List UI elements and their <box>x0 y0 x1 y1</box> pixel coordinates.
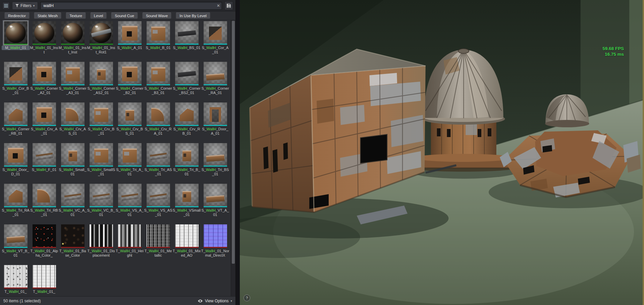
asset-thumbnail[interactable] <box>61 102 85 126</box>
sources-panel-toggle-button[interactable] <box>2 2 10 9</box>
asset-item[interactable]: S_WallH_Door_A_01 <box>201 101 229 142</box>
asset-item[interactable]: S_WallH_Crv_BS_01 <box>115 101 144 142</box>
asset-item[interactable]: S_WallH_Small_01 <box>58 142 87 183</box>
asset-thumbnail[interactable] <box>4 224 28 248</box>
asset-thumbnail[interactable] <box>33 184 56 207</box>
asset-item[interactable]: S_WallH_Corner_BS2_01 <box>172 61 201 101</box>
asset-thumbnail[interactable] <box>147 62 170 85</box>
asset-thumbnail[interactable]: * <box>61 224 85 248</box>
asset-item[interactable]: T_WallH_01_Alpha_Color_ <box>30 223 58 264</box>
asset-thumbnail[interactable] <box>118 184 142 207</box>
filter-pill[interactable]: Sound Cue <box>111 12 138 19</box>
asset-item[interactable]: S_WallH_BS_01 <box>172 20 201 61</box>
asset-thumbnail[interactable] <box>90 102 113 126</box>
asset-thumbnail[interactable] <box>61 143 85 167</box>
asset-thumbnail[interactable] <box>90 143 113 167</box>
asset-item[interactable]: S_WallH_Corner_RA_01 <box>201 61 229 101</box>
asset-thumbnail[interactable] <box>147 102 170 126</box>
asset-item[interactable]: T_WallH_01_ <box>1 264 30 296</box>
asset-item[interactable]: M_WallH_01_Inst_Inst <box>58 20 87 61</box>
asset-item[interactable]: S_WallH_Crv_B_01 <box>87 101 115 142</box>
asset-thumbnail[interactable] <box>90 62 113 85</box>
asset-item[interactable]: S_WallH_VS_A_01 <box>115 183 144 223</box>
scrollbar-thumb[interactable] <box>232 21 235 264</box>
asset-item[interactable]: S_WallH_VT_A_01 <box>201 183 229 223</box>
asset-thumbnail[interactable] <box>118 62 142 85</box>
asset-thumbnail[interactable] <box>90 224 113 248</box>
asset-item[interactable]: S_WallH_VSmall_01 <box>172 183 201 223</box>
asset-thumbnail[interactable] <box>61 21 85 45</box>
viewport-3d-scene[interactable] <box>240 0 643 305</box>
asset-thumbnail[interactable] <box>33 265 56 289</box>
asset-thumbnail[interactable] <box>147 143 170 167</box>
help-button[interactable]: ? <box>244 295 250 301</box>
asset-item[interactable]: S_WallH_Tri_A_01 <box>115 142 144 183</box>
asset-item[interactable]: M_WallH_01 <box>1 20 30 61</box>
asset-thumbnail[interactable] <box>175 224 199 248</box>
filter-pill[interactable]: Static Mesh <box>34 12 61 19</box>
filter-pill[interactable]: Redirector <box>4 12 30 19</box>
search-input[interactable] <box>41 3 215 8</box>
asset-item[interactable]: S_WallH_Corner_RB_01 <box>1 101 30 142</box>
asset-thumbnail[interactable] <box>175 21 199 45</box>
asset-thumbnail[interactable] <box>4 143 28 167</box>
asset-item[interactable]: S_WallH_F_01 <box>30 142 58 183</box>
asset-item[interactable]: S_WallH_VT_B_01 <box>1 223 30 264</box>
asset-item[interactable]: S_WallH_Cor_A_01 <box>201 20 229 61</box>
asset-item[interactable]: S_WallH_VC_B_01 <box>87 183 115 223</box>
asset-item[interactable]: T_WallH_01_Normal_DirectX <box>201 223 229 264</box>
asset-thumbnail[interactable] <box>175 184 199 207</box>
asset-thumbnail[interactable] <box>33 21 56 45</box>
filter-pill[interactable]: Texture <box>66 12 86 19</box>
asset-item[interactable]: S_WallH_Crv_A_01 <box>30 101 58 142</box>
filter-pill[interactable]: Sound Wave <box>142 12 171 19</box>
asset-thumbnail[interactable] <box>118 224 142 248</box>
asset-item[interactable]: S_WallH_A_01 <box>115 20 144 61</box>
filter-pill[interactable]: Level <box>90 12 107 19</box>
asset-item[interactable]: S_WallH_VS_AS_01 <box>144 183 172 223</box>
asset-item[interactable]: T_WallH_01_Metallic <box>144 223 172 264</box>
asset-thumbnail[interactable] <box>175 143 199 167</box>
asset-item[interactable]: S_WallH_Corner_A2_01 <box>30 61 58 101</box>
asset-item[interactable]: S_WallH_Crv_AS_01 <box>58 101 87 142</box>
asset-item[interactable]: T_WallH_01_Mixed_AO <box>172 223 201 264</box>
asset-item[interactable]: T_WallH_01_Displacement <box>87 223 115 264</box>
asset-thumbnail[interactable] <box>61 62 85 85</box>
asset-thumbnail[interactable] <box>204 62 227 85</box>
asset-thumbnail[interactable] <box>33 143 56 167</box>
asset-thumbnail[interactable] <box>147 21 170 45</box>
filters-button[interactable]: Filters ▾ <box>12 2 38 10</box>
asset-grid-scrollbar[interactable] <box>231 20 235 296</box>
asset-thumbnail[interactable] <box>33 62 56 85</box>
asset-thumbnail[interactable] <box>204 143 227 167</box>
asset-item[interactable]: S_WallH_Corner_B2_01 <box>115 61 144 101</box>
asset-thumbnail[interactable] <box>147 184 170 207</box>
asset-item[interactable]: S_WallH_Corner_AS2_01 <box>87 61 115 101</box>
asset-item[interactable]: S_WallH_B_01 <box>144 20 172 61</box>
asset-thumbnail[interactable] <box>118 21 142 45</box>
asset-item[interactable]: S_WallH_Tri_BS_01 <box>201 142 229 183</box>
asset-thumbnail[interactable] <box>204 21 227 45</box>
asset-item[interactable]: M_WallH_01_Inst_Rot1 <box>87 20 115 61</box>
asset-item[interactable]: S_WallH_Crv_RA_01 <box>144 101 172 142</box>
asset-thumbnail[interactable] <box>4 265 28 289</box>
asset-item[interactable]: S_WallH_Crv_RB_01 <box>172 101 201 142</box>
asset-thumbnail[interactable] <box>204 224 227 248</box>
asset-thumbnail[interactable] <box>4 21 28 45</box>
asset-item[interactable]: T_WallH_01_ <box>30 264 58 296</box>
panel-splitter[interactable] <box>236 0 240 305</box>
asset-thumbnail[interactable] <box>4 62 28 85</box>
asset-item[interactable]: S_WallH_Corner_A3_01 <box>58 61 87 101</box>
asset-thumbnail[interactable] <box>61 184 85 207</box>
asset-thumbnail[interactable] <box>118 102 142 126</box>
asset-thumbnail[interactable] <box>4 102 28 126</box>
asset-thumbnail[interactable] <box>118 143 142 167</box>
asset-item[interactable]: S_WallH_Door_D_01 <box>1 142 30 183</box>
asset-item[interactable]: S_WallH_Tri_AS_01 <box>144 142 172 183</box>
asset-thumbnail[interactable] <box>204 102 227 126</box>
asset-thumbnail[interactable] <box>4 184 28 207</box>
asset-thumbnail[interactable] <box>147 224 170 248</box>
asset-item[interactable]: S_WallH_Tri_RB_01 <box>30 183 58 223</box>
asset-item[interactable]: S_WallH_Corner_B3_01 <box>144 61 172 101</box>
filter-pill[interactable]: In Use By Level <box>176 12 210 19</box>
